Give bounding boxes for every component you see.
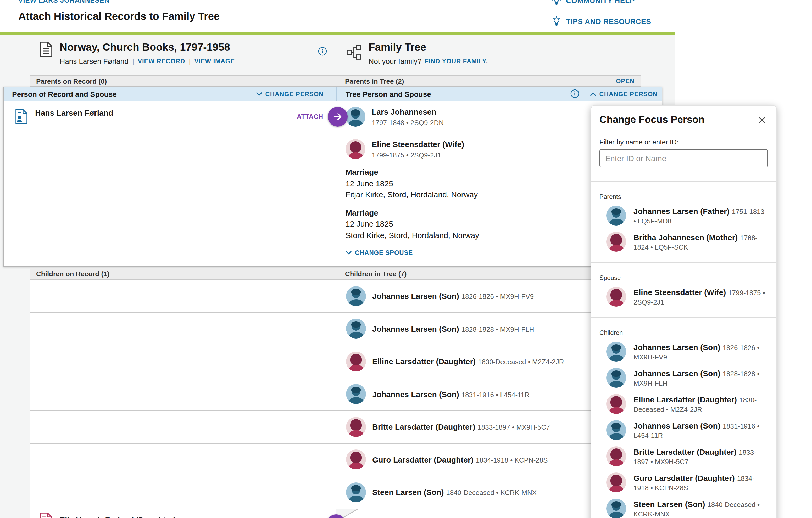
person-entry[interactable]: Elline Larsdatter (Daughter) 1830-Deceas… — [600, 391, 768, 417]
avatar — [346, 319, 366, 339]
person-name: Johannes Larsen (Son) — [372, 325, 459, 333]
child-row: Johannes Larsen (Son) 1831-1916 • L454-1… — [30, 378, 641, 411]
person-details: 1797-1848 • 2SQ9-2DN — [372, 119, 444, 127]
avatar-hair — [610, 449, 622, 460]
avatar — [606, 394, 626, 414]
parents-people: Johannes Larsen (Father) 1751-1813 • LQ5… — [600, 203, 768, 255]
person-name: Eline Steensdatter (Wife) — [372, 139, 464, 149]
person-name: Johannes Larsen (Son) — [372, 292, 459, 301]
tips-resources-link[interactable]: TIPS AND RESOURCES — [551, 16, 651, 27]
change-person-record-button[interactable]: CHANGE PERSON — [256, 91, 323, 98]
person-card-body: Hans Larsen Førland ATTACH — [4, 101, 662, 266]
person-entry[interactable]: Eline Steensdatter (Wife) 1799-1875 • 2S… — [600, 283, 768, 310]
person-name: Johannes Larsen (Son) — [634, 342, 720, 352]
person-details: 1830-Deceased • M2Z4-2JR — [478, 358, 564, 366]
person-details: 1799-1875 • 2SQ9-2J1 — [372, 151, 464, 159]
avatar-hair — [351, 387, 361, 393]
separator: | — [189, 57, 191, 65]
attach-records-screen: VIEW LARS JOHANNESEN Attach Historical R… — [0, 0, 812, 518]
child-record-cell — [30, 345, 336, 377]
divider — [591, 262, 776, 263]
avatar — [606, 420, 626, 440]
person-search-input[interactable] — [600, 149, 768, 167]
tree-panel: Family Tree Not your family? FIND YOUR F… — [336, 34, 675, 75]
children-header-row: Children on Record (1) Children in Tree … — [30, 268, 641, 280]
lightbulb-icon — [551, 16, 562, 27]
record-person-name: Hans Larsen Førland — [35, 108, 113, 117]
child-row: Elline Larsdatter (Daughter) 1830-Deceas… — [30, 345, 641, 378]
panel-header: Norway, Church Books, 1797-1958 Hans Lar… — [0, 34, 675, 75]
child-record-cell — [30, 313, 336, 345]
person-name: Eline Steensdatter (Wife) — [634, 287, 726, 297]
person-details: 1826-1826 • MX9H-FV9 — [462, 293, 534, 301]
pedigree-icon — [346, 44, 362, 60]
person-entry[interactable]: Johannes Larsen (Son) 1828-1828 • MX9H-F… — [600, 365, 768, 391]
tree-header-cell: Tree Person and Spouse CHANGE PERSON — [336, 87, 662, 101]
avatar-hair — [350, 419, 362, 431]
view-record-link[interactable]: VIEW RECORD — [138, 58, 185, 65]
avatar — [606, 473, 626, 492]
tips-resources-label: TIPS AND RESOURCES — [566, 17, 651, 26]
community-help-link[interactable]: COMMUNITY HELP — [551, 0, 635, 6]
avatar-hair — [610, 234, 622, 245]
person-name: Britte Larsdatter (Daughter) — [372, 423, 475, 431]
child-row: Johannes Larsen (Son) 1826-1826 • MX9H-F… — [30, 280, 641, 313]
person-entry[interactable]: Steen Larsen (Son) 1840-Deceased • KCRK-… — [600, 495, 768, 518]
children-people: Johannes Larsen (Son) 1826-1826 • MX9H-F… — [600, 338, 768, 518]
person-name: Steen Larsen (Son) — [372, 488, 444, 497]
avatar-hair — [350, 141, 361, 153]
child-record-cell — [30, 476, 336, 508]
filter-label: Filter by name or enter ID: — [600, 138, 768, 146]
attach-button[interactable] — [327, 107, 347, 127]
person-card: Person of Record and Spouse CHANGE PERSO… — [3, 87, 662, 267]
record-header-cell: Person of Record and Spouse CHANGE PERSO… — [4, 87, 336, 101]
back-link-label: VIEW LARS JOHANNESEN — [18, 0, 109, 4]
compare-panel: Norway, Church Books, 1797-1958 Hans Lar… — [0, 34, 675, 518]
parents-group: Parents Johannes Larsen (Father) 1751-18… — [600, 193, 768, 255]
person-entry[interactable]: Britha Johannesen (Mother) 1768-1824 • L… — [600, 228, 768, 255]
avatar — [346, 450, 366, 469]
arrow-right-icon — [332, 112, 343, 122]
avatar-hair — [351, 485, 361, 491]
person-entry[interactable]: Johannes Larsen (Son) 1826-1826 • MX9H-F… — [600, 338, 768, 365]
tree-header-label: Tree Person and Spouse — [346, 90, 431, 98]
children-rows: Johannes Larsen (Son) 1826-1826 • MX9H-F… — [30, 280, 641, 509]
avatar — [606, 499, 626, 518]
avatar-hair — [351, 109, 360, 116]
find-your-family-link[interactable]: FIND YOUR FAMILY. — [425, 58, 488, 65]
dialog-title: Change Focus Person — [600, 114, 704, 126]
back-link[interactable]: VIEW LARS JOHANNESEN — [18, 0, 109, 4]
parents-tree-header: Parents in Tree (2) — [345, 77, 404, 85]
parents-tree-header-cell: Parents in Tree (2) OPEN — [336, 76, 641, 86]
avatar-hair — [611, 423, 621, 429]
children-group: Children Johannes Larsen (Son) 1826-1826… — [600, 329, 768, 518]
change-spouse-button[interactable]: CHANGE SPOUSE — [346, 249, 413, 256]
tree-info-button[interactable] — [570, 89, 580, 100]
group-label-parents: Parents — [600, 193, 768, 201]
change-person-tree-button[interactable]: CHANGE PERSON — [590, 91, 658, 98]
avatar — [346, 107, 366, 127]
change-person-label: CHANGE PERSON — [600, 91, 658, 98]
child-row: Britte Larsdatter (Daughter) 1833-1897 •… — [30, 411, 641, 444]
avatar-hair — [350, 452, 362, 463]
dialog-header: Change Focus Person — [600, 114, 768, 128]
person-entry[interactable]: Johannes Larsen (Father) 1751-1813 • LQ5… — [600, 203, 768, 228]
avatar-hair — [611, 344, 621, 351]
view-image-link[interactable]: VIEW IMAGE — [194, 58, 235, 65]
info-icon — [570, 89, 580, 98]
children-tree-header: Children in Tree (7) — [345, 270, 407, 278]
not-your-family-text: Not your family? — [369, 57, 422, 65]
source-info-button[interactable] — [318, 47, 327, 58]
close-button[interactable] — [756, 114, 768, 128]
change-person-label: CHANGE PERSON — [265, 91, 323, 98]
person-entry[interactable]: Guro Larsdatter (Daughter) 1834-1918 • K… — [600, 469, 768, 495]
child-record-cell — [30, 444, 336, 476]
accent-divider — [0, 32, 675, 34]
separator: | — [132, 57, 134, 65]
avatar — [346, 384, 366, 404]
person-entry[interactable]: Johannes Larsen (Son) 1831-1916 • L454-1… — [600, 417, 768, 443]
lightbulb-icon — [551, 0, 562, 6]
divider — [591, 181, 776, 182]
open-button[interactable]: OPEN — [616, 78, 635, 85]
person-entry[interactable]: Britte Larsdatter (Daughter) 1833-1897 •… — [600, 443, 768, 469]
